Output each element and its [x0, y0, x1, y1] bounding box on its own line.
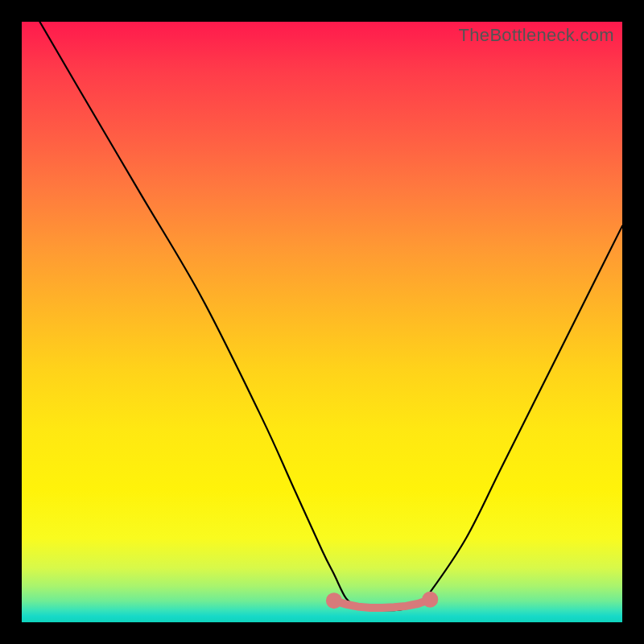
chart-frame: TheBottleneck.com [0, 0, 644, 644]
optimal-band-marker [329, 595, 435, 608]
optimal-band-line [334, 600, 430, 608]
optimal-band-endpoint [425, 595, 435, 605]
bottleneck-curve [39, 22, 622, 610]
gradient-plot-area: TheBottleneck.com [22, 22, 622, 622]
watermark-text: TheBottleneck.com [459, 25, 614, 46]
optimal-band-endpoint [329, 596, 339, 605]
curve-line [39, 22, 622, 610]
chart-svg [22, 22, 622, 622]
